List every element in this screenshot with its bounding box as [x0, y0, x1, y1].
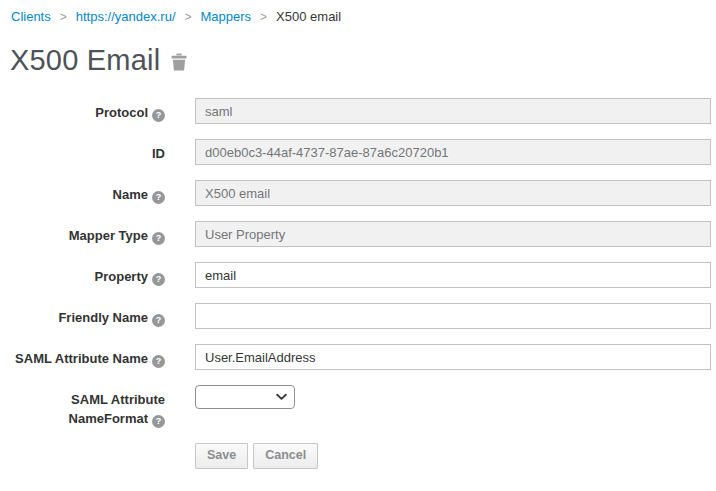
breadcrumb-separator: >	[185, 10, 192, 24]
breadcrumb-link[interactable]: Clients	[11, 9, 51, 24]
help-icon[interactable]: ?	[152, 314, 165, 327]
form-row: Friendly Name?	[0, 303, 716, 329]
field-wrap	[195, 221, 711, 247]
help-icon[interactable]: ?	[152, 355, 165, 368]
saml-attribute-name-label: SAML Attribute Name?	[0, 344, 165, 368]
field-label: ID	[152, 146, 165, 161]
mapper-form: Protocol? ID Name? Mapper Type? Property…	[0, 98, 716, 428]
field-label: Friendly Name	[58, 310, 148, 325]
property-input[interactable]	[195, 262, 711, 288]
name-input[interactable]	[195, 180, 711, 206]
breadcrumb-current: X500 email	[276, 9, 341, 24]
form-actions: SaveCancel	[195, 443, 716, 469]
friendly-name-label: Friendly Name?	[0, 303, 165, 327]
field-wrap	[195, 180, 711, 206]
id-label: ID	[0, 139, 165, 163]
protocol-label: Protocol?	[0, 98, 165, 122]
property-label: Property?	[0, 262, 165, 286]
mapper-type-label: Mapper Type?	[0, 221, 165, 245]
saml-attribute-name-input[interactable]	[195, 344, 711, 370]
friendly-name-input[interactable]	[195, 303, 711, 329]
help-icon[interactable]: ?	[152, 232, 165, 245]
field-label: Mapper Type	[69, 228, 148, 243]
page-title-row: X500 Email	[10, 42, 716, 78]
field-wrap	[195, 139, 711, 165]
mapper-type-input[interactable]	[195, 221, 711, 247]
save-button[interactable]: Save	[195, 443, 248, 469]
field-wrap	[195, 262, 711, 288]
field-wrap	[195, 98, 711, 124]
name-label: Name?	[0, 180, 165, 204]
breadcrumb-link[interactable]: Mappers	[201, 9, 252, 24]
field-label: SAML Attribute Name	[15, 351, 148, 366]
field-label: SAML Attribute NameFormat	[69, 392, 165, 426]
saml-attribute-nameformat-label: SAML Attribute NameFormat?	[0, 385, 165, 428]
cancel-button[interactable]: Cancel	[253, 443, 318, 469]
help-icon[interactable]: ?	[152, 415, 165, 428]
form-row: Mapper Type?	[0, 221, 716, 247]
field-wrap	[195, 303, 711, 329]
protocol-input[interactable]	[195, 98, 711, 124]
field-label: Property	[95, 269, 148, 284]
form-row: ID	[0, 139, 716, 165]
field-wrap	[195, 344, 711, 370]
field-label: Name	[113, 187, 148, 202]
mapper-detail-page: Clients>https://yandex.ru/>Mappers>X500 …	[0, 0, 716, 491]
form-row: SAML Attribute NameFormat?	[0, 385, 716, 428]
breadcrumb-separator: >	[60, 10, 67, 24]
breadcrumb-separator: >	[260, 10, 267, 24]
page-title: X500 Email	[10, 44, 160, 77]
field-wrap	[195, 385, 711, 409]
saml-attribute-nameformat-select[interactable]	[195, 385, 295, 409]
field-label: Protocol	[95, 105, 148, 120]
breadcrumb: Clients>https://yandex.ru/>Mappers>X500 …	[0, 0, 716, 26]
trash-icon[interactable]	[171, 53, 187, 71]
form-row: Property?	[0, 262, 716, 288]
help-icon[interactable]: ?	[152, 109, 165, 122]
form-row: Protocol?	[0, 98, 716, 124]
help-icon[interactable]: ?	[152, 191, 165, 204]
form-row: SAML Attribute Name?	[0, 344, 716, 370]
help-icon[interactable]: ?	[152, 273, 165, 286]
form-row: Name?	[0, 180, 716, 206]
id-input[interactable]	[195, 139, 711, 165]
breadcrumb-link[interactable]: https://yandex.ru/	[76, 9, 176, 24]
